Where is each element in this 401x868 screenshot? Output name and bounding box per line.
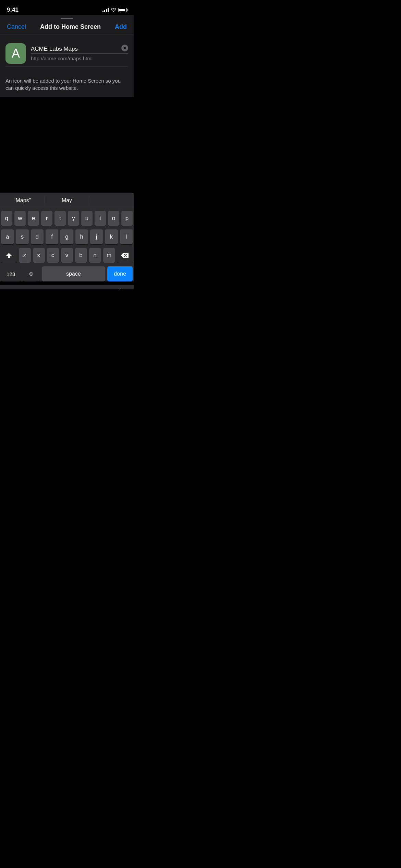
app-name-section: http://acme.com/maps.html [31,46,128,61]
key-row-2: a s d f g h j k l [1,229,133,244]
done-key[interactable]: done [107,266,133,281]
shift-icon [6,252,12,258]
app-name-input[interactable] [31,46,128,53]
key-w[interactable]: w [14,211,26,226]
key-f[interactable]: f [46,229,58,244]
key-p[interactable]: p [121,211,133,226]
add-button[interactable]: Add [115,23,127,31]
key-row-3: z x c v b n m [1,248,133,263]
delete-icon [121,253,129,258]
key-r[interactable]: r [41,211,52,226]
key-g[interactable]: g [60,229,73,244]
mic-svg [117,289,124,289]
keyboard: q w e r t y u i o p a s d f g h j k l z … [0,208,134,281]
svg-rect-2 [119,289,122,289]
autocomplete-label-1: “Maps” [14,197,31,204]
key-k[interactable]: k [105,229,118,244]
status-time: 9:41 [7,7,19,13]
key-i[interactable]: i [95,211,106,226]
key-a[interactable]: a [1,229,14,244]
battery-icon [118,8,127,12]
cancel-button[interactable]: Cancel [7,23,26,31]
key-row-1: q w e r t y u i o p [1,211,133,226]
mic-icon[interactable] [115,288,125,289]
key-s[interactable]: s [16,229,28,244]
autocomplete-item-2[interactable]: May [45,193,89,208]
autocomplete-label-2: May [62,197,72,204]
key-o[interactable]: o [108,211,119,226]
autocomplete-item-1[interactable]: “Maps” [0,193,45,208]
status-icons [102,8,127,12]
app-row: A http://acme.com/maps.html [5,40,128,67]
key-d[interactable]: d [31,229,44,244]
key-z[interactable]: z [19,248,31,263]
delete-key[interactable] [117,248,133,263]
key-l[interactable]: l [120,229,133,244]
key-u[interactable]: u [81,211,93,226]
dark-space [0,97,134,193]
key-m[interactable]: m [103,248,115,263]
key-q[interactable]: q [1,211,12,226]
space-key[interactable]: space [42,266,105,281]
sheet-handle [0,15,134,21]
app-icon: A [5,43,26,64]
content-area: A http://acme.com/maps.html [0,35,134,72]
key-h[interactable]: h [75,229,88,244]
globe-icon[interactable] [8,288,19,289]
key-n[interactable]: n [89,248,101,263]
signal-bars-icon [102,8,109,12]
clear-button[interactable] [121,45,128,51]
app-icon-letter: A [12,46,20,61]
nav-bar: Cancel Add to Home Screen Add [0,21,134,35]
app-url: http://acme.com/maps.html [31,56,128,61]
key-b[interactable]: b [75,248,87,263]
shift-key[interactable] [1,248,17,263]
key-c[interactable]: c [47,248,59,263]
key-j[interactable]: j [90,229,103,244]
sheet-handle-bar [61,18,73,19]
globe-svg [9,289,17,289]
status-bar: 9:41 [0,0,134,15]
keyboard-bottom [0,285,134,289]
svg-point-0 [113,11,114,12]
key-e[interactable]: e [28,211,39,226]
key-t[interactable]: t [54,211,66,226]
key-x[interactable]: x [33,248,45,263]
autocomplete-row: “Maps” May [0,193,134,208]
nav-title: Add to Home Screen [40,23,101,31]
autocomplete-item-3[interactable] [89,193,134,208]
description-text: An icon will be added to your Home Scree… [0,72,134,97]
key-v[interactable]: v [61,248,73,263]
key-y[interactable]: y [68,211,79,226]
key-row-4: 123 ☺ space done [1,266,133,281]
emoji-key[interactable]: ☺ [23,266,40,281]
numbers-key[interactable]: 123 [1,266,21,281]
wifi-icon [111,8,116,12]
